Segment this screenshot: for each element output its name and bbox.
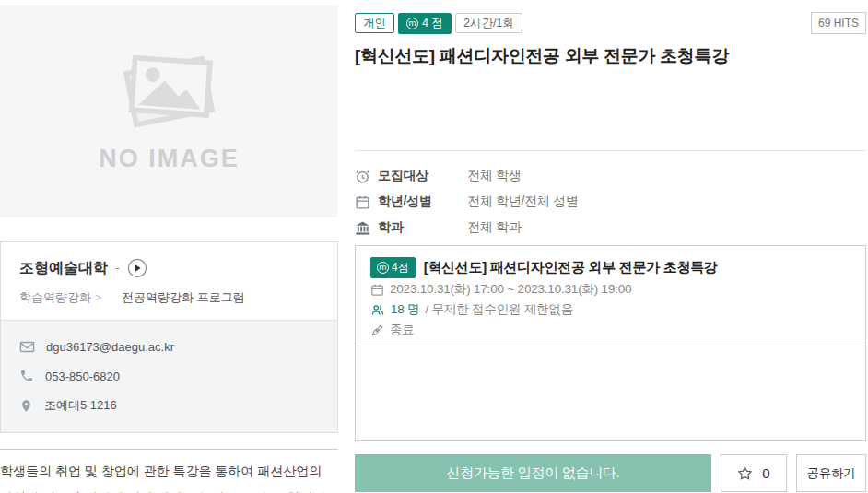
action-bar: 신청가능한 일정이 없습니다. 0 공유하기 bbox=[355, 454, 866, 492]
schedule-card-summary: m 4점 [혁신선도] 패션디자인전공 외부 전문가 초청특강 2023.10.… bbox=[356, 246, 865, 346]
hits-badge: 69 HITS bbox=[811, 12, 866, 34]
schedule-title: [혁신선도] 패션디자인전공 외부 전문가 초청특강 bbox=[424, 259, 718, 276]
schedule-enrolled: 18 명 bbox=[391, 301, 419, 318]
department-card: 조형예술대학 - 학습역량강화 > 전공역량강화 프로그램 bbox=[0, 241, 338, 433]
breadcrumb: 학습역량강화 > 전공역량강화 프로그램 bbox=[19, 289, 319, 306]
mileage-icon: m bbox=[406, 18, 418, 29]
info-value: 전체 학과 bbox=[467, 219, 521, 236]
badge-points-label: 4 점 bbox=[422, 18, 443, 29]
play-button[interactable] bbox=[127, 258, 147, 278]
contact-phone: 053-850-6820 bbox=[45, 370, 120, 383]
program-detail-page: NO IMAGE 조형예술대학 - 학습역량강화 > bbox=[0, 0, 868, 493]
schedule-card: m 4점 [혁신선도] 패션디자인전공 외부 전문가 초청특강 2023.10.… bbox=[355, 245, 866, 441]
favorite-button[interactable]: 0 bbox=[721, 454, 787, 492]
contact-location: 조예대5 1216 bbox=[44, 397, 117, 414]
info-label: 학과 bbox=[378, 219, 467, 236]
schedule-capacity-row: 18 명 / 무제한 접수인원 제한없음 bbox=[370, 299, 850, 320]
contact-location-row: 조예대5 1216 bbox=[19, 397, 319, 414]
right-column: 개인 m 4 점 2시간/1회 69 HITS [혁신선도] 패션디자인전공 외… bbox=[355, 0, 868, 493]
contact-email: dgu36173@daegu.ac.kr bbox=[46, 340, 174, 354]
badge-row: 개인 m 4 점 2시간/1회 69 HITS bbox=[355, 12, 866, 34]
bank-icon bbox=[355, 220, 370, 236]
info-value: 전체 학생 bbox=[467, 168, 521, 184]
left-column: NO IMAGE 조형예술대학 - 학습역량강화 > bbox=[0, 0, 338, 493]
no-schedule-button[interactable]: 신청가능한 일정이 없습니다. bbox=[355, 454, 711, 492]
badge-duration: 2시간/1회 bbox=[455, 13, 522, 34]
pin-icon bbox=[19, 398, 33, 414]
badge-points: m 4 점 bbox=[398, 13, 452, 34]
favorite-count: 0 bbox=[762, 465, 769, 481]
department-contacts: dgu36173@daegu.ac.kr 053-850-6820 조예대5 1… bbox=[1, 320, 337, 432]
info-row-department: 학과 전체 학과 bbox=[355, 215, 866, 241]
mileage-icon: m bbox=[377, 262, 389, 274]
breadcrumb-child[interactable]: 전공역량강화 프로그램 bbox=[122, 289, 245, 306]
no-image-icon bbox=[115, 49, 224, 132]
badge-personal: 개인 bbox=[355, 13, 394, 34]
people-icon bbox=[370, 303, 385, 317]
program-image-placeholder: NO IMAGE bbox=[0, 5, 338, 217]
alarm-clock-icon bbox=[355, 169, 370, 184]
contact-email-row: dgu36173@daegu.ac.kr bbox=[19, 339, 319, 355]
page-title: [혁신선도] 패션디자인전공 외부 전문가 초청특강 bbox=[355, 44, 866, 68]
no-image-label: NO IMAGE bbox=[99, 145, 240, 173]
contact-phone-row: 053-850-6820 bbox=[19, 369, 319, 383]
chevron-right-icon: > bbox=[95, 291, 101, 304]
info-label: 학년/성별 bbox=[378, 194, 467, 210]
schedule-points-badge: m 4점 bbox=[370, 257, 416, 278]
calendar-icon bbox=[370, 283, 384, 297]
info-row-grade-gender: 학년/성별 전체 학년/전체 성별 bbox=[355, 189, 866, 215]
schedule-date-row: 2023.10.31(화) 17:00 ~ 2023.10.31(화) 19:0… bbox=[370, 279, 850, 299]
pen-icon bbox=[370, 323, 384, 337]
schedule-date-range: 2023.10.31(화) 17:00 ~ 2023.10.31(화) 19:0… bbox=[390, 281, 631, 298]
phone-icon bbox=[19, 369, 34, 383]
info-row-target: 모집대상 전체 학생 bbox=[355, 163, 866, 189]
program-description: 학생들의 취업 및 창업에 관한 특강을 통하여 패션산업의 다양한 진로와 취… bbox=[0, 449, 338, 493]
share-button[interactable]: 공유하기 bbox=[796, 454, 866, 492]
info-value: 전체 학년/전체 성별 bbox=[467, 194, 578, 210]
schedule-points-label: 4점 bbox=[392, 260, 409, 276]
mail-icon bbox=[19, 339, 35, 355]
department-card-header: 조형예술대학 - 학습역량강화 > 전공역량강화 프로그램 bbox=[1, 242, 337, 320]
play-icon bbox=[127, 258, 147, 278]
description-text: 학생들의 취업 및 창업에 관한 특강을 통하여 패션산업의 다양한 진로와 취… bbox=[0, 458, 338, 493]
info-section: 모집대상 전체 학생 학년/성별 전체 학년/전체 성별 학과 전체 학과 bbox=[355, 150, 866, 241]
star-icon bbox=[737, 465, 753, 481]
schedule-capacity-note: / 무제한 접수인원 제한없음 bbox=[425, 301, 573, 318]
department-dash: - bbox=[115, 261, 120, 276]
schedule-status: 종료 bbox=[390, 322, 415, 338]
calendar-icon bbox=[355, 194, 370, 210]
info-label: 모집대상 bbox=[378, 168, 467, 184]
schedule-status-row: 종료 bbox=[370, 320, 850, 340]
department-name: 조형예술대학 bbox=[19, 259, 108, 278]
breadcrumb-parent[interactable]: 학습역량강화 bbox=[19, 289, 91, 306]
